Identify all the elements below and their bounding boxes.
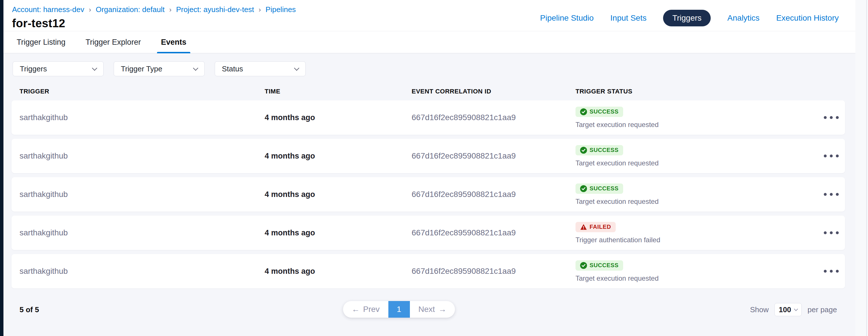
page-size-value: 100: [779, 305, 791, 314]
row-count-text: 5 of 5: [20, 305, 39, 314]
page-header: Account: harness-dev › Organization: def…: [3, 0, 856, 31]
status-message: Target execution requested: [576, 198, 824, 206]
tab-events-label: Events: [161, 38, 187, 47]
tab-trigger-explorer[interactable]: Trigger Explorer: [86, 31, 141, 53]
status-message: Target execution requested: [576, 274, 824, 282]
column-header-trigger-status: TRIGGER STATUS: [576, 88, 824, 95]
event-row: sarthakgithub 4 months ago 667d16f2ec895…: [11, 254, 845, 289]
trigger-status-cell: SUCCESS Target execution requested: [576, 183, 824, 206]
event-rows: sarthakgithub 4 months ago 667d16f2ec895…: [11, 100, 845, 289]
nav-input-sets[interactable]: Input Sets: [610, 13, 646, 23]
event-row: sarthakgithub 4 months ago 667d16f2ec895…: [11, 139, 845, 173]
status-badge: FAILED: [576, 222, 616, 232]
filters-row: Triggers Trigger Type Status: [12, 61, 845, 76]
triggers-filter-select[interactable]: Triggers: [12, 61, 104, 76]
trigger-name: sarthakgithub: [20, 190, 265, 199]
breadcrumb-separator-icon: ›: [259, 6, 261, 14]
row-options-menu-icon[interactable]: [824, 226, 845, 240]
nav-execution-history[interactable]: Execution History: [776, 13, 839, 23]
trigger-name: sarthakgithub: [20, 152, 265, 161]
status-badge: SUCCESS: [576, 183, 623, 194]
chevron-down-icon: [294, 65, 299, 70]
sidebar-edge[interactable]: [0, 0, 3, 336]
trigger-status-cell: SUCCESS Target execution requested: [576, 107, 824, 129]
tab-trigger-listing[interactable]: Trigger Listing: [17, 31, 65, 53]
event-correlation-id: 667d16f2ec895908821c1aa9: [412, 190, 576, 199]
event-correlation-id: 667d16f2ec895908821c1aa9: [412, 152, 576, 161]
row-options-menu-icon[interactable]: [824, 110, 845, 125]
event-correlation-id: 667d16f2ec895908821c1aa9: [412, 267, 576, 276]
right-gutter-line: [866, 0, 867, 336]
app-root: Account: harness-dev › Organization: def…: [0, 0, 868, 336]
page-size-control: Show 100 per page: [750, 303, 837, 316]
failed-warning-icon: [580, 224, 587, 231]
chevron-down-icon: [794, 307, 798, 311]
triggers-filter-label: Triggers: [20, 65, 47, 73]
status-badge-label: SUCCESS: [590, 185, 619, 192]
breadcrumb-account[interactable]: Account: harness-dev: [12, 5, 84, 14]
nav-triggers-active[interactable]: Triggers: [663, 10, 711, 26]
event-time: 4 months ago: [265, 267, 412, 276]
page-size-select[interactable]: 100: [774, 303, 802, 316]
trigger-name: sarthakgithub: [20, 113, 265, 122]
row-options-menu-icon[interactable]: [824, 264, 845, 278]
status-badge: SUCCESS: [576, 107, 623, 117]
pagination: ← Prev 1 Next →: [343, 301, 455, 318]
pagination-next-label: Next: [418, 305, 435, 314]
event-row: sarthakgithub 4 months ago 667d16f2ec895…: [11, 177, 845, 211]
arrow-left-icon: ←: [352, 305, 360, 314]
status-message: Trigger authentication failed: [576, 236, 824, 244]
chevron-down-icon: [92, 65, 97, 70]
breadcrumb-organization[interactable]: Organization: default: [96, 5, 164, 14]
success-check-icon: [580, 262, 587, 269]
event-time: 4 months ago: [265, 152, 412, 161]
trigger-name: sarthakgithub: [20, 267, 265, 276]
event-row: sarthakgithub 4 months ago 667d16f2ec895…: [11, 215, 845, 250]
tab-events[interactable]: Events: [161, 31, 187, 53]
event-row: sarthakgithub 4 months ago 667d16f2ec895…: [11, 100, 845, 135]
status-badge: SUCCESS: [576, 145, 623, 156]
pipeline-top-nav: Pipeline Studio Input Sets Triggers Anal…: [540, 10, 839, 26]
status-filter-label: Status: [222, 65, 243, 73]
nav-pipeline-studio[interactable]: Pipeline Studio: [540, 13, 594, 23]
status-badge-label: FAILED: [590, 224, 611, 230]
tabbar: Trigger Listing Trigger Explorer Events: [3, 31, 856, 53]
status-badge: SUCCESS: [576, 260, 623, 271]
trigger-type-filter-select[interactable]: Trigger Type: [114, 61, 205, 76]
page-size-show-label: Show: [750, 305, 769, 314]
trigger-name: sarthakgithub: [20, 228, 265, 237]
event-correlation-id: 667d16f2ec895908821c1aa9: [412, 228, 576, 237]
success-check-icon: [580, 147, 587, 154]
event-time: 4 months ago: [265, 229, 412, 237]
trigger-status-cell: SUCCESS Target execution requested: [576, 145, 824, 167]
column-header-event-correlation-id: EVENT CORRELATION ID: [412, 88, 576, 95]
main-area: Account: harness-dev › Organization: def…: [3, 0, 856, 336]
status-badge-label: SUCCESS: [590, 147, 619, 154]
column-header-trigger: TRIGGER: [20, 88, 265, 95]
breadcrumb-pipelines[interactable]: Pipelines: [266, 5, 296, 14]
pagination-page-1-button[interactable]: 1: [389, 301, 410, 318]
event-correlation-id: 667d16f2ec895908821c1aa9: [412, 113, 576, 122]
event-time: 4 months ago: [265, 190, 412, 199]
trigger-status-cell: SUCCESS Target execution requested: [576, 260, 824, 282]
nav-analytics[interactable]: Analytics: [727, 13, 760, 23]
table-header-row: TRIGGER TIME EVENT CORRELATION ID TRIGGE…: [11, 88, 845, 95]
event-time: 4 months ago: [265, 113, 412, 122]
status-message: Target execution requested: [576, 121, 824, 129]
status-message: Target execution requested: [576, 159, 824, 167]
row-options-menu-icon[interactable]: [824, 149, 845, 163]
success-check-icon: [580, 185, 587, 192]
pagination-prev-button[interactable]: ← Prev: [343, 301, 389, 318]
status-badge-label: SUCCESS: [590, 262, 619, 269]
breadcrumb-project[interactable]: Project: ayushi-dev-test: [176, 5, 254, 14]
status-filter-select[interactable]: Status: [215, 61, 306, 76]
breadcrumb-separator-icon: ›: [89, 6, 91, 14]
events-content: Triggers Trigger Type Status TRIGGER TIM…: [3, 53, 856, 336]
row-options-menu-icon[interactable]: [824, 187, 845, 202]
column-header-time: TIME: [265, 88, 412, 95]
chevron-down-icon: [193, 65, 198, 70]
right-gutter: [856, 0, 868, 336]
arrow-right-icon: →: [438, 305, 446, 314]
status-badge-label: SUCCESS: [590, 108, 619, 115]
pagination-next-button[interactable]: Next →: [410, 301, 455, 318]
